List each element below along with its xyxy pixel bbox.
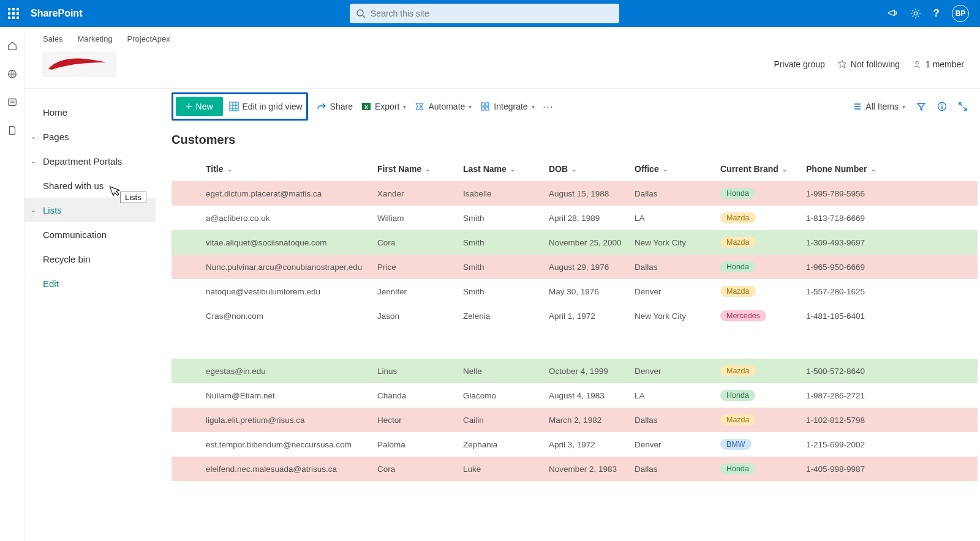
chevron-down-icon: ⌄ bbox=[227, 166, 232, 173]
cell: Nelle bbox=[463, 367, 549, 376]
table-row[interactable]: egestas@in.eduLinusNelleOctober 4, 1999D… bbox=[172, 359, 978, 383]
hub-tab[interactable]: Marketing bbox=[78, 34, 113, 43]
svg-text:X: X bbox=[364, 104, 368, 110]
table-row[interactable]: vitae.aliquet@sociisnatoque.comCoraSmith… bbox=[172, 230, 978, 255]
nav-item-pages[interactable]: ⌄Pages bbox=[24, 124, 156, 149]
table-row[interactable]: Nunc.pulvinar.arcu@conubianostraper.eduP… bbox=[172, 255, 978, 279]
col-last-name[interactable]: Last Name⌄ bbox=[463, 164, 549, 174]
share-button[interactable]: Share bbox=[317, 102, 353, 111]
table-row[interactable]: a@aclibero.co.ukWilliamSmithApril 28, 19… bbox=[172, 206, 978, 230]
info-icon[interactable] bbox=[937, 102, 947, 111]
svg-rect-18 bbox=[486, 107, 489, 110]
new-label: New bbox=[196, 102, 213, 111]
cell: Cora bbox=[377, 238, 463, 247]
hub-tab[interactable]: Sales bbox=[43, 34, 63, 43]
col-phone-number[interactable]: Phone Number⌄ bbox=[806, 164, 886, 174]
integrate-button[interactable]: Integrate ▾ bbox=[480, 102, 534, 111]
svg-rect-15 bbox=[481, 103, 484, 106]
cell: November 25, 2000 bbox=[549, 238, 635, 247]
brand-pill: Mazda bbox=[720, 414, 756, 425]
export-button[interactable]: X Export ▾ bbox=[361, 102, 406, 111]
brand-pill: Mazda bbox=[720, 212, 756, 223]
col-current-brand[interactable]: Current Brand⌄ bbox=[720, 164, 806, 174]
filter-icon[interactable] bbox=[916, 102, 926, 111]
follow-toggle[interactable]: Not following bbox=[837, 59, 900, 69]
chevron-down-icon: ▾ bbox=[532, 103, 535, 110]
brand-pill: BMW bbox=[720, 439, 752, 450]
svg-rect-17 bbox=[481, 107, 484, 110]
table-row[interactable]: ligula.elit.pretium@risus.caHectorCailin… bbox=[172, 408, 978, 432]
view-selector[interactable]: All Items ▾ bbox=[853, 102, 905, 111]
cell: Honda bbox=[720, 188, 806, 199]
person-icon bbox=[912, 59, 922, 69]
nav-item-home[interactable]: Home bbox=[24, 100, 156, 124]
cell: Mazda bbox=[720, 286, 806, 297]
members-link[interactable]: 1 member bbox=[912, 59, 964, 69]
globe-icon[interactable] bbox=[7, 69, 18, 80]
site-logo[interactable] bbox=[42, 51, 116, 77]
cell: Smith bbox=[463, 263, 549, 272]
cell: Hector bbox=[377, 416, 463, 425]
cell: October 4, 1999 bbox=[549, 367, 635, 376]
expand-icon[interactable] bbox=[958, 102, 968, 111]
nav-item-communication[interactable]: Communication bbox=[24, 222, 156, 247]
hub-tab[interactable]: ProjectApex bbox=[127, 34, 170, 43]
search-box[interactable] bbox=[350, 4, 619, 23]
news-icon[interactable] bbox=[7, 97, 18, 108]
settings-icon[interactable] bbox=[910, 8, 921, 19]
automate-button[interactable]: Automate ▾ bbox=[415, 102, 472, 111]
cell: Cailin bbox=[463, 416, 549, 425]
nav-item-recycle-bin[interactable]: Recycle bin bbox=[24, 247, 156, 271]
new-button[interactable]: + New bbox=[176, 97, 223, 116]
cell: eget.dictum.placerat@mattis.ca bbox=[206, 189, 377, 198]
cell: Smith bbox=[463, 214, 549, 223]
cell: Xander bbox=[377, 189, 463, 198]
files-icon[interactable] bbox=[7, 125, 18, 136]
cell: 1-995-789-5956 bbox=[806, 189, 886, 198]
nav-item-department-portals[interactable]: ⌄Department Portals bbox=[24, 149, 156, 173]
chevron-down-icon: ▾ bbox=[902, 103, 905, 110]
brand-pill: Mazda bbox=[720, 237, 756, 248]
brand-pill: Mazda bbox=[720, 365, 756, 376]
nav-label: Home bbox=[43, 107, 67, 118]
brand-pill: Mazda bbox=[720, 286, 756, 297]
list-icon bbox=[853, 102, 862, 111]
nav-item-edit[interactable]: Edit bbox=[24, 271, 156, 296]
table-row[interactable]: Nullam@Etiam.netChandaGiacomoAugust 4, 1… bbox=[172, 383, 978, 408]
table-row[interactable]: natoque@vestibulumlorem.eduJenniferSmith… bbox=[172, 279, 978, 304]
svg-rect-16 bbox=[486, 103, 489, 106]
table-row[interactable]: Cras@non.comJasonZeleniaApril 1, 1972New… bbox=[172, 304, 978, 328]
search-input[interactable] bbox=[371, 9, 613, 18]
cell: Smith bbox=[463, 287, 549, 296]
col-first-name[interactable]: First Name⌄ bbox=[377, 164, 463, 174]
cell: 1-965-950-6669 bbox=[806, 263, 886, 272]
col-dob[interactable]: DOB⌄ bbox=[549, 164, 635, 174]
table-header: Title⌄First Name⌄Last Name⌄DOB⌄Office⌄Cu… bbox=[172, 157, 978, 181]
more-button[interactable]: ··· bbox=[543, 102, 554, 111]
cell: Cora bbox=[377, 465, 463, 474]
table-row[interactable]: eleifend.nec.malesuada@atrisus.caCoraLuk… bbox=[172, 457, 978, 481]
cell: August 4, 1983 bbox=[549, 391, 635, 400]
integrate-icon bbox=[480, 102, 490, 111]
follow-label: Not following bbox=[851, 59, 900, 69]
chevron-down-icon: ⌄ bbox=[31, 133, 36, 141]
chevron-down-icon: ⌄ bbox=[510, 166, 515, 173]
col-office[interactable]: Office⌄ bbox=[635, 164, 720, 174]
waffle-icon bbox=[8, 8, 19, 19]
col-title[interactable]: Title⌄ bbox=[206, 164, 377, 174]
table-row[interactable]: est.tempor.bibendum@neccursusa.comPaloma… bbox=[172, 432, 978, 457]
help-icon[interactable]: ? bbox=[933, 7, 940, 20]
edit-grid-button[interactable]: Edit in grid view bbox=[229, 102, 303, 111]
command-bar: + New Edit in grid view Share X bbox=[172, 94, 980, 119]
home-icon[interactable] bbox=[7, 40, 18, 51]
app-launcher[interactable] bbox=[0, 0, 27, 27]
megaphone-icon[interactable] bbox=[887, 8, 898, 19]
brand-pill: Honda bbox=[720, 390, 755, 401]
export-label: Export bbox=[375, 102, 399, 111]
cell: April 28, 1989 bbox=[549, 214, 635, 223]
table-row[interactable]: eget.dictum.placerat@mattis.caXanderIsab… bbox=[172, 181, 978, 206]
brand-pill: Honda bbox=[720, 188, 755, 199]
user-avatar[interactable]: BP bbox=[952, 5, 969, 22]
col-label: Phone Number bbox=[806, 164, 867, 174]
cell: March 2, 1982 bbox=[549, 416, 635, 425]
